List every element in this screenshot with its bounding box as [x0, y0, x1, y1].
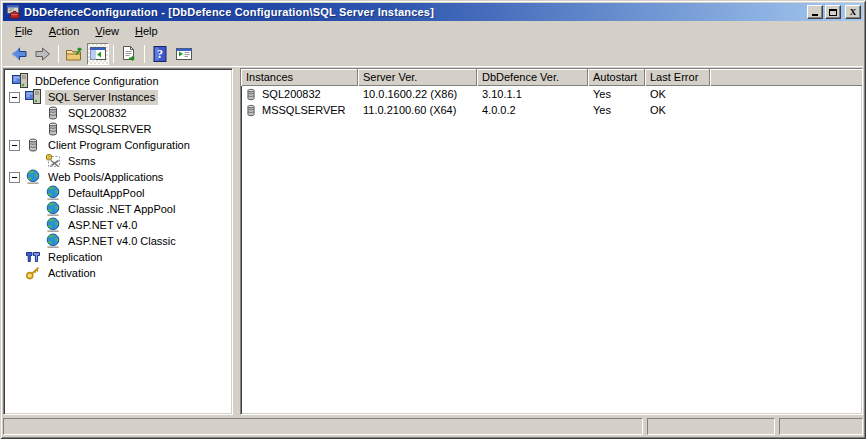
collapse-icon[interactable] [9, 140, 20, 151]
tree-item-aspnet-v40-classic[interactable]: ASP.NET v4.0 Classic [4, 233, 232, 249]
console-tree-pane: DbDefence Configuration SQL Server Insta… [3, 68, 233, 415]
forward-button[interactable] [32, 43, 54, 65]
dbdefence-version: 3.10.1.1 [477, 88, 588, 100]
tree-item-ssms[interactable]: Ssms [4, 153, 232, 169]
back-icon [10, 45, 28, 63]
window-title: DbDefenceConfiguration - [DbDefence Conf… [24, 6, 805, 18]
status-bar [3, 417, 863, 436]
tree-item-web-pools-applications[interactable]: Web Pools/Applications [4, 169, 232, 185]
autostart-value: Yes [588, 88, 645, 100]
column-header-autostart[interactable]: Autostart [588, 69, 645, 86]
column-header-filler [710, 69, 862, 86]
collapse-icon[interactable] [9, 172, 20, 183]
globe-icon [45, 201, 61, 217]
status-panel-secondary [647, 418, 775, 435]
tree-item-activation[interactable]: Activation [4, 265, 232, 281]
maximize-icon [829, 9, 837, 16]
status-panel-main [3, 418, 643, 435]
menu-file[interactable]: File [7, 23, 41, 40]
instances-list-pane: Instances Server Ver. DbDefence Ver. Aut… [240, 68, 863, 415]
last-error-value: OK [645, 104, 710, 116]
menu-action[interactable]: Action [41, 23, 88, 40]
list-row-sql200832[interactable]: SQL200832 10.0.1600.22 (X86) 3.10.1.1 Ye… [241, 86, 862, 102]
up-one-level-button[interactable] [63, 43, 85, 65]
tree-item-dbdefence-configuration[interactable]: DbDefence Configuration [4, 73, 232, 89]
pane-splitter[interactable] [233, 68, 240, 415]
globe-icon [45, 217, 61, 233]
content-area: DbDefence Configuration SQL Server Insta… [3, 68, 863, 415]
tree-item-sql-server-instances[interactable]: SQL Server Instances [4, 89, 232, 105]
tree-item-defaultapppool[interactable]: DefaultAppPool [4, 185, 232, 201]
app-window: DbDefenceConfiguration - [DbDefence Conf… [0, 0, 866, 439]
client-app-icon [45, 153, 61, 169]
column-header-last-error[interactable]: Last Error [645, 69, 710, 86]
dbdefence-version: 4.0.0.2 [477, 104, 588, 116]
tree-item-mssqlserver[interactable]: MSSQLSERVER [4, 121, 232, 137]
column-header-instances[interactable]: Instances [241, 69, 358, 86]
list-header: Instances Server Ver. DbDefence Ver. Aut… [241, 69, 862, 86]
instance-name: SQL200832 [262, 88, 321, 100]
tree-item-client-program-configuration[interactable]: Client Program Configuration [4, 137, 232, 153]
instance-name: MSSQLSERVER [262, 104, 346, 116]
toolbar-separator [144, 45, 145, 63]
menu-bar: File Action View Help [3, 21, 863, 41]
key-icon [25, 265, 41, 281]
minimize-button[interactable] [807, 5, 823, 19]
last-error-value: OK [645, 88, 710, 100]
globe-icon [25, 169, 41, 185]
export-list-button[interactable] [118, 43, 140, 65]
title-bar[interactable]: DbDefenceConfiguration - [DbDefence Conf… [3, 3, 863, 21]
autostart-value: Yes [588, 104, 645, 116]
toolbar [3, 41, 863, 67]
new-window-button[interactable] [173, 43, 195, 65]
list-row-mssqlserver[interactable]: MSSQLSERVER 11.0.2100.60 (X64) 4.0.0.2 Y… [241, 102, 862, 118]
close-button[interactable]: X [845, 5, 861, 19]
help-button[interactable] [149, 43, 171, 65]
database-icon [45, 105, 61, 121]
minimize-icon [812, 14, 818, 16]
globe-icon [45, 185, 61, 201]
new-window-icon [175, 45, 193, 63]
replication-icon [25, 249, 41, 265]
console-root-icon [12, 73, 28, 89]
server-version: 10.0.1600.22 (X86) [358, 88, 477, 100]
server-version: 11.0.2100.60 (X64) [358, 104, 477, 116]
close-icon: X [850, 8, 857, 17]
forward-icon [34, 45, 52, 63]
tree-item-classic-net-apppool[interactable]: Classic .NET AppPool [4, 201, 232, 217]
selected-tree-label: SQL Server Instances [45, 90, 158, 105]
menu-help[interactable]: Help [127, 23, 166, 40]
minus-glyph [12, 177, 17, 178]
database-icon [244, 103, 258, 118]
database-icon [25, 137, 41, 153]
minus-glyph [12, 145, 17, 146]
back-button[interactable] [8, 43, 30, 65]
export-list-icon [120, 45, 138, 63]
help-icon [151, 45, 169, 63]
sql-server-icon [25, 89, 41, 105]
tree-item-aspnet-v40[interactable]: ASP.NET v4.0 [4, 217, 232, 233]
show-console-tree-button[interactable] [87, 43, 109, 65]
maximize-button[interactable] [825, 5, 841, 19]
menu-view[interactable]: View [87, 23, 127, 40]
minus-glyph [12, 97, 17, 98]
status-panel-tertiary [779, 418, 863, 435]
collapse-icon[interactable] [9, 92, 20, 103]
toolbar-separator [58, 45, 59, 63]
tree-item-replication[interactable]: Replication [4, 249, 232, 265]
globe-icon [45, 233, 61, 249]
database-icon [45, 121, 61, 137]
database-icon [244, 87, 258, 102]
toolbar-separator [113, 45, 114, 63]
tree-item-sql200832[interactable]: SQL200832 [4, 105, 232, 121]
column-header-server-ver[interactable]: Server Ver. [358, 69, 477, 86]
column-header-dbdefence-ver[interactable]: DbDefence Ver. [477, 69, 588, 86]
up-folder-icon [65, 45, 83, 63]
console-tree-icon [89, 45, 107, 63]
app-icon [5, 5, 21, 19]
